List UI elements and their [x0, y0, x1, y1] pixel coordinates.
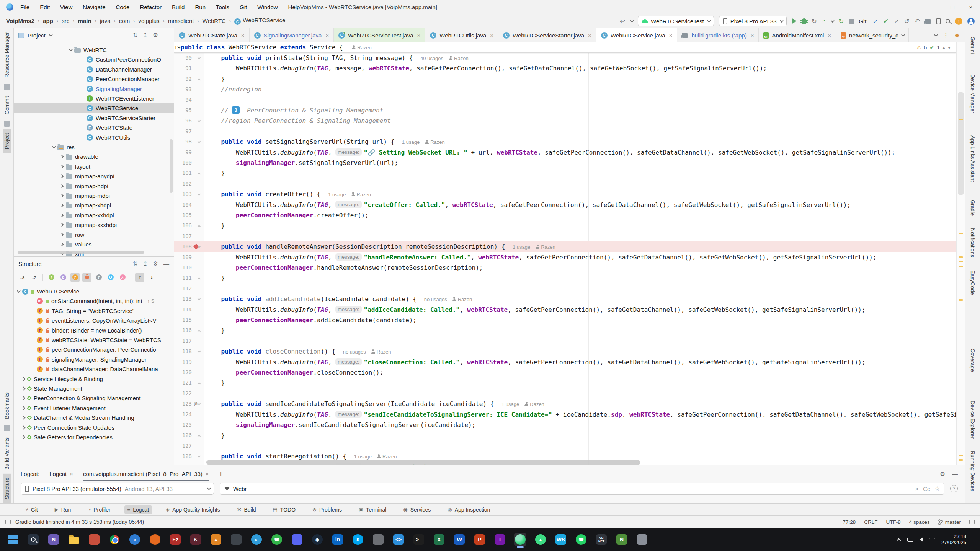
- tree-chevron-icon[interactable]: [60, 213, 64, 217]
- structure-item-peerconnectionmanager[interactable]: fpeerConnectionManager: PeerConnectio: [14, 345, 174, 354]
- expand-all-icon[interactable]: ⇅: [132, 260, 137, 267]
- filezilla-icon[interactable]: Fz: [169, 533, 181, 546]
- tool-window-button-build[interactable]: ⚒Build: [234, 505, 259, 514]
- excel-icon[interactable]: X: [433, 533, 445, 546]
- help-icon[interactable]: ?: [950, 485, 958, 492]
- warning-stripe-mark[interactable]: [959, 266, 963, 267]
- show-non-public-icon[interactable]: [82, 273, 91, 282]
- tree-chevron-icon[interactable]: [60, 165, 64, 168]
- sidebar-tab-device-manager[interactable]: Device Manager: [969, 70, 977, 117]
- menu-item-refactor[interactable]: Refactor: [140, 4, 162, 10]
- tray-expand-icon[interactable]: [897, 538, 901, 542]
- menu-item-build[interactable]: Build: [172, 4, 185, 10]
- tree-item-peerconnectionmanager[interactable]: CPeerConnectionManager: [14, 74, 174, 84]
- breadcrumb-item[interactable]: CWebRTCService: [234, 17, 285, 25]
- chevron-down-icon[interactable]: [901, 33, 905, 37]
- show-properties-icon[interactable]: p: [59, 273, 68, 282]
- editor-horizontal-scrollbar[interactable]: [206, 460, 955, 465]
- expand-all-icon[interactable]: ⇅: [132, 32, 137, 39]
- show-anonymous-icon[interactable]: O: [106, 273, 115, 282]
- collapse-all-icon[interactable]: ↥: [143, 32, 148, 39]
- tree-chevron-icon[interactable]: [60, 174, 64, 178]
- structure-item-peerconnection[interactable]: PeerConnection & Signaling Management: [14, 393, 174, 403]
- profile-avatar[interactable]: [967, 18, 975, 25]
- menu-item-tools[interactable]: Tools: [216, 4, 229, 10]
- gear-icon[interactable]: ⚙: [153, 260, 158, 267]
- sidebar-tab-notifications[interactable]: Notifications: [969, 224, 977, 261]
- close-icon[interactable]: ×: [669, 32, 673, 39]
- close-icon[interactable]: ×: [241, 32, 245, 39]
- vertical-scrollbar[interactable]: [170, 139, 173, 193]
- taskbar-app-icon[interactable]: in: [332, 533, 344, 546]
- structure-item-event[interactable]: Event Listener Management: [14, 403, 174, 413]
- telegram-icon[interactable]: ▸: [250, 533, 263, 546]
- taskbar-app-icon[interactable]: ☎: [575, 533, 587, 546]
- gear-icon[interactable]: ⚙: [940, 471, 945, 478]
- menu-item-file[interactable]: File: [20, 4, 29, 10]
- tree-chevron-icon[interactable]: [69, 47, 73, 51]
- structure-item-signalingmanager[interactable]: fsignalingManager: SignalingManager: [14, 355, 174, 364]
- fold-marker-icon[interactable]: [198, 140, 201, 143]
- tree-item-webrtcstate[interactable]: EWebRTCState: [14, 123, 174, 132]
- close-icon[interactable]: ×: [70, 471, 73, 477]
- hidden-tabs-icon[interactable]: [934, 33, 938, 37]
- taskbar-app-icon[interactable]: [636, 533, 648, 546]
- fold-marker-icon[interactable]: [198, 277, 201, 280]
- autoscroll-from-source-icon[interactable]: ↧: [147, 273, 156, 282]
- git-update-button[interactable]: ↙: [873, 17, 878, 25]
- breadcrumb-item[interactable]: voipplus: [139, 18, 160, 24]
- hide-panel-icon[interactable]: —: [952, 471, 958, 478]
- tool-window-button-terminal[interactable]: ▣Terminal: [356, 505, 389, 514]
- tree-item-raw[interactable]: raw: [14, 230, 174, 240]
- fold-marker-icon[interactable]: [198, 297, 201, 300]
- breadcrumb-item[interactable]: java: [100, 18, 111, 24]
- tree-chevron-icon[interactable]: [22, 425, 26, 429]
- file-encoding[interactable]: UTF-8: [886, 519, 900, 525]
- tool-window-button-app-inspection[interactable]: ◎App Inspection: [444, 505, 493, 514]
- fold-marker-icon[interactable]: [198, 78, 201, 82]
- menu-item-help[interactable]: Help: [288, 4, 300, 10]
- breadcrumb-item[interactable]: src: [62, 18, 69, 24]
- tree-item-res[interactable]: res: [14, 142, 174, 152]
- gradle-sync-button[interactable]: [925, 19, 931, 24]
- tree-chevron-icon[interactable]: [22, 416, 26, 420]
- close-icon[interactable]: ×: [490, 32, 493, 39]
- tab-signalingmanager-java[interactable]: CSignalingManager.java×: [250, 28, 334, 42]
- chrome-icon[interactable]: [108, 533, 121, 546]
- tree-item-mipmap-mdpi[interactable]: mipmap-mdpi: [14, 191, 174, 201]
- fold-marker-icon[interactable]: [198, 402, 201, 405]
- tab-network-security-c[interactable]: <>network_security_c: [836, 28, 909, 42]
- tool-window-button-services[interactable]: ◉Services: [400, 505, 434, 514]
- tab-build-gradle-kts-app-[interactable]: build.gradle.kts (:app)×: [677, 28, 759, 42]
- webstorm-icon[interactable]: WS: [555, 533, 567, 546]
- warning-stripe-mark[interactable]: [959, 119, 963, 120]
- network-icon[interactable]: [907, 538, 913, 542]
- taskbar-app-icon[interactable]: T: [494, 533, 506, 546]
- device-manager-button[interactable]: [936, 18, 941, 24]
- breadcrumb-item[interactable]: VoipMms2: [6, 18, 34, 24]
- tree-chevron-icon[interactable]: [22, 387, 26, 391]
- tree-chevron-icon[interactable]: [60, 194, 64, 198]
- taskbar-app-icon[interactable]: [230, 533, 242, 546]
- close-icon[interactable]: ×: [417, 32, 421, 39]
- fold-marker-icon[interactable]: [198, 56, 201, 59]
- menu-item-navigate[interactable]: Navigate: [83, 4, 105, 10]
- tool-window-button-logcat[interactable]: ≡Logcat: [124, 505, 152, 514]
- menu-item-window[interactable]: Window: [257, 4, 278, 10]
- menu-item-view[interactable]: View: [60, 4, 72, 10]
- warning-stripe-mark[interactable]: [959, 233, 963, 234]
- git-push-button[interactable]: ↗: [893, 17, 899, 25]
- structure-item-tag[interactable]: fTAG: String = "WebRTCService": [14, 306, 174, 316]
- fold-marker-icon[interactable]: [198, 435, 201, 438]
- tree-chevron-icon[interactable]: [60, 184, 64, 188]
- project-panel-title[interactable]: Project: [28, 32, 46, 39]
- start-button[interactable]: [7, 533, 19, 546]
- tree-chevron-icon[interactable]: [60, 233, 64, 236]
- show-inherited-icon[interactable]: I: [47, 273, 56, 282]
- error-stripe[interactable]: [956, 42, 965, 465]
- search-everywhere-button[interactable]: [946, 19, 950, 23]
- update-notification-icon[interactable]: ↑: [955, 18, 962, 25]
- sidebar-tab-structure[interactable]: Structure: [3, 474, 11, 503]
- vbnet-icon[interactable]: VB NET: [595, 533, 608, 546]
- close-icon[interactable]: ×: [828, 32, 831, 39]
